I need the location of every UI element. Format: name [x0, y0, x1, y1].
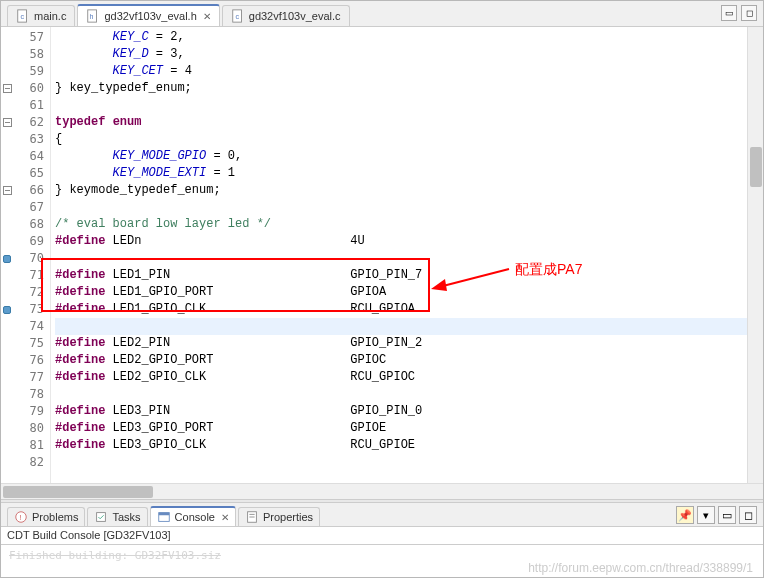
svg-text:h: h: [90, 13, 94, 20]
code-line[interactable]: KEY_C = 2,: [55, 29, 747, 46]
line-number: 81: [13, 437, 44, 454]
code-line[interactable]: #define LED3_PIN GPIO_PIN_0: [55, 403, 747, 420]
code-line[interactable]: #define LED2_PIN GPIO_PIN_2: [55, 335, 747, 352]
code-line[interactable]: } keymode_typedef_enum;: [55, 182, 747, 199]
code-line[interactable]: KEY_MODE_EXTI = 1: [55, 165, 747, 182]
line-number: 69: [13, 233, 44, 250]
console-icon: [157, 510, 171, 524]
line-number: 58: [13, 46, 44, 63]
svg-text:c: c: [20, 13, 24, 20]
tab-eval-c[interactable]: c gd32vf103v_eval.c: [222, 5, 350, 26]
minimize-button[interactable]: ▭: [721, 5, 737, 21]
marker-cell: [1, 165, 13, 182]
line-number: 77: [13, 369, 44, 386]
code-line[interactable]: [55, 250, 747, 267]
marker-cell: [1, 63, 13, 80]
code-line[interactable]: #define LED2_GPIO_PORT GPIOC: [55, 352, 747, 369]
code-line[interactable]: typedef enum: [55, 114, 747, 131]
minimize-button[interactable]: ▭: [718, 506, 736, 524]
code-line[interactable]: [55, 454, 747, 471]
code-line[interactable]: #define LEDn 4U: [55, 233, 747, 250]
line-number: 57: [13, 29, 44, 46]
line-number: 65: [13, 165, 44, 182]
tab-label: Properties: [263, 511, 313, 523]
fold-toggle-icon[interactable]: [3, 186, 12, 195]
code-line[interactable]: [55, 199, 747, 216]
marker-cell: [1, 97, 13, 114]
svg-rect-12: [158, 513, 169, 516]
marker-cell: [1, 301, 13, 318]
line-number: 64: [13, 148, 44, 165]
vertical-scrollbar[interactable]: [747, 27, 763, 483]
tab-label: Problems: [32, 511, 78, 523]
marker-cell: [1, 403, 13, 420]
close-icon[interactable]: ✕: [203, 11, 211, 22]
marker-cell: [1, 80, 13, 97]
marker-cell: [1, 199, 13, 216]
editor-tabs: c main.c h gd32vf103v_eval.h ✕ c gd32vf1…: [1, 1, 763, 27]
marker-cell: [1, 335, 13, 352]
properties-icon: [245, 510, 259, 524]
line-number: 79: [13, 403, 44, 420]
problems-icon: !: [14, 510, 28, 524]
line-number: 82: [13, 454, 44, 471]
code-line[interactable]: #define LED3_GPIO_CLK RCU_GPIOE: [55, 437, 747, 454]
console-menu-button[interactable]: ▾: [697, 506, 715, 524]
tab-label: gd32vf103v_eval.c: [249, 10, 341, 22]
svg-text:!: !: [19, 513, 21, 522]
code-area[interactable]: KEY_C = 2, KEY_D = 3, KEY_CET = 4} key_t…: [51, 27, 747, 483]
tab-label: Tasks: [112, 511, 140, 523]
code-line[interactable]: #define LED1_GPIO_PORT GPIOA: [55, 284, 747, 301]
code-line[interactable]: [55, 386, 747, 403]
code-line[interactable]: [55, 97, 747, 114]
marker-cell: [1, 284, 13, 301]
tab-properties[interactable]: Properties: [238, 507, 320, 526]
code-line[interactable]: #define LED2_GPIO_CLK RCU_GPIOC: [55, 369, 747, 386]
marker-cell: [1, 114, 13, 131]
marker-column: [1, 27, 13, 483]
code-line[interactable]: [55, 318, 747, 335]
marker-cell: [1, 233, 13, 250]
marker-cell: [1, 216, 13, 233]
bookmark-icon[interactable]: [3, 306, 11, 314]
line-number: 72: [13, 284, 44, 301]
tasks-icon: [94, 510, 108, 524]
line-number: 80: [13, 420, 44, 437]
horizontal-scrollbar[interactable]: [1, 483, 763, 499]
bottom-tabs: ! Problems Tasks Console ✕ Properties 📌 …: [1, 503, 763, 527]
code-line[interactable]: KEY_MODE_GPIO = 0,: [55, 148, 747, 165]
code-line[interactable]: {: [55, 131, 747, 148]
scrollbar-thumb[interactable]: [750, 147, 762, 187]
marker-cell: [1, 250, 13, 267]
pin-button[interactable]: 📌: [676, 506, 694, 524]
code-line[interactable]: #define LED1_PIN GPIO_PIN_7: [55, 267, 747, 284]
code-line[interactable]: #define LED1_GPIO_CLK RCU_GPIOA: [55, 301, 747, 318]
marker-cell: [1, 318, 13, 335]
line-number: 76: [13, 352, 44, 369]
tab-tasks[interactable]: Tasks: [87, 507, 147, 526]
line-number-gutter: 5758596061626364656667686970717273747576…: [13, 27, 51, 483]
code-line[interactable]: KEY_D = 3,: [55, 46, 747, 63]
bookmark-icon[interactable]: [3, 255, 11, 263]
marker-cell: [1, 437, 13, 454]
tab-eval-h[interactable]: h gd32vf103v_eval.h ✕: [77, 4, 219, 26]
tab-main-c[interactable]: c main.c: [7, 5, 75, 26]
tab-problems[interactable]: ! Problems: [7, 507, 85, 526]
line-number: 66: [13, 182, 44, 199]
h-file-icon: h: [86, 9, 100, 23]
fold-toggle-icon[interactable]: [3, 118, 12, 127]
fold-toggle-icon[interactable]: [3, 84, 12, 93]
marker-cell: [1, 267, 13, 284]
tab-console[interactable]: Console ✕: [150, 506, 236, 526]
code-line[interactable]: } key_typedef_enum;: [55, 80, 747, 97]
maximize-button[interactable]: ◻: [741, 5, 757, 21]
close-icon[interactable]: ✕: [221, 512, 229, 523]
scrollbar-thumb[interactable]: [3, 486, 153, 498]
code-line[interactable]: KEY_CET = 4: [55, 63, 747, 80]
code-line[interactable]: /* eval board low layer led */: [55, 216, 747, 233]
maximize-button[interactable]: ◻: [739, 506, 757, 524]
line-number: 62: [13, 114, 44, 131]
line-number: 78: [13, 386, 44, 403]
code-line[interactable]: #define LED3_GPIO_PORT GPIOE: [55, 420, 747, 437]
svg-rect-10: [97, 513, 106, 522]
